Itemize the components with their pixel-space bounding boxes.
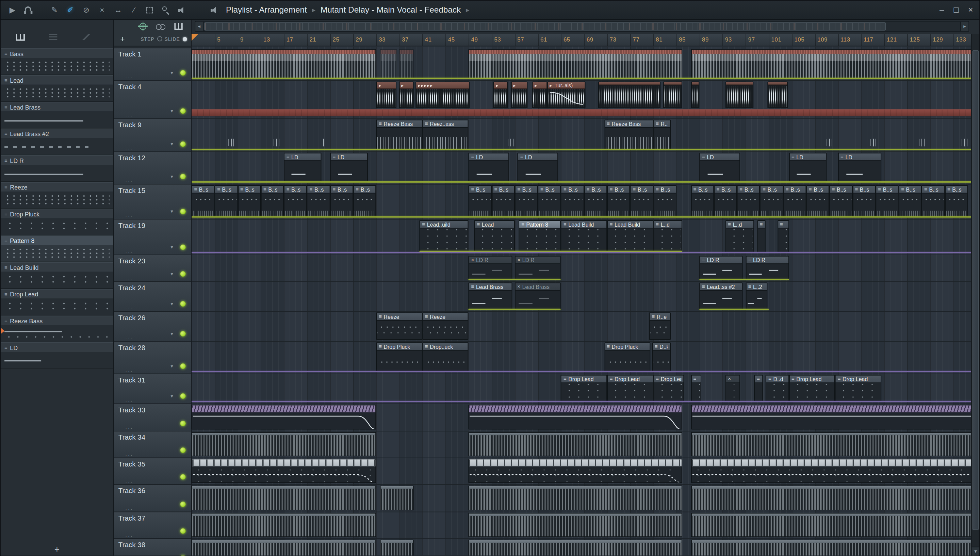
audio-clip[interactable]	[599, 81, 661, 108]
pattern-clip[interactable]: ≡B..s	[899, 185, 922, 217]
track-header[interactable]: Track 19...▾	[114, 220, 191, 255]
track-mute-led[interactable]	[180, 501, 186, 508]
track-header[interactable]: Track 34...	[114, 432, 191, 458]
pattern-clip[interactable]: ≡Drop Pluck	[604, 342, 651, 372]
track-header[interactable]: Track 12...▾	[114, 152, 191, 184]
audio-clip[interactable]: ▸Tur..als)	[547, 81, 586, 108]
audio-clip[interactable]	[192, 49, 376, 79]
pattern-clip[interactable]: ≡B..s	[737, 185, 760, 217]
audio-clip[interactable]	[380, 540, 414, 556]
paint-tool-icon[interactable]: ✐	[65, 5, 76, 15]
track-dropdown-icon[interactable]: ▾	[171, 208, 173, 214]
track-mute-led[interactable]	[180, 301, 186, 307]
clip-band[interactable]	[192, 109, 971, 116]
vertical-scrollbar[interactable]: ▾	[971, 34, 979, 556]
track-dropdown-icon[interactable]: ▾	[171, 364, 173, 369]
track-mute-led[interactable]	[180, 528, 186, 534]
picker-toggle-icon[interactable]	[174, 23, 182, 30]
track-dropdown-icon[interactable]: ▾	[171, 301, 173, 307]
picker-add-button[interactable]: +	[1, 544, 113, 554]
playlist-track-lane[interactable]: ≡Reeze≡Reeze≡R..e	[192, 312, 971, 342]
pattern-clip[interactable]: ≡Drop Lead	[561, 375, 607, 402]
audio-clip[interactable]: ▸	[376, 81, 396, 108]
pattern-picker-icon[interactable]	[16, 34, 25, 41]
timeline-ruler[interactable]: 5913172125293337414549535761656973778185…	[192, 34, 971, 46]
note-ticks-clip[interactable]	[228, 139, 235, 146]
audio-clip[interactable]	[663, 81, 682, 108]
track-header[interactable]: Track 33...	[114, 404, 191, 432]
track-header[interactable]: Track 26...▾	[114, 312, 191, 342]
automation-strip-green[interactable]	[192, 149, 971, 150]
pattern-clip[interactable]: ≡R..e	[649, 312, 671, 339]
picker-filter-icon[interactable]	[49, 34, 57, 40]
pattern-clip[interactable]: ≡Lead	[474, 220, 515, 253]
playhead-marker[interactable]	[192, 34, 199, 41]
automation-strip-green[interactable]	[192, 216, 971, 218]
close-button[interactable]: ×	[968, 5, 973, 15]
track-dropdown-icon[interactable]: ▾	[171, 108, 173, 114]
playlist-track-lane[interactable]: ≡Reeze Bass≡Reez..ass≡Reeze Bass≡R..s	[192, 119, 971, 152]
pattern-clip[interactable]: ≡LD	[789, 153, 826, 183]
pattern-clip[interactable]: ≡Lead Build	[561, 220, 607, 253]
audio-clip[interactable]	[768, 81, 788, 108]
pattern-clip[interactable]: ≡Drop Lead	[653, 375, 684, 402]
audio-clip[interactable]	[468, 513, 682, 537]
playlist-track-lane[interactable]	[192, 485, 971, 512]
playlist-track-lane[interactable]: ≡B..s≡B..s≡B..s≡B..s≡B..s≡B..s≡B..s≡B..s…	[192, 184, 971, 220]
pattern-clip[interactable]: ≡LD	[284, 153, 321, 183]
pattern-clip[interactable]: ≡B..s	[922, 185, 945, 217]
pattern-picker-item[interactable]: ≡Lead Brass	[1, 102, 113, 129]
track-header[interactable]: Track 37...	[114, 512, 191, 539]
audio-clip[interactable]	[192, 513, 376, 537]
playlist-track-lane[interactable]	[192, 512, 971, 539]
audio-clip[interactable]: ▸	[399, 81, 414, 108]
pattern-clip[interactable]: ≡	[778, 220, 789, 253]
pattern-clip[interactable]: ≡	[691, 375, 701, 402]
scroll-right-button[interactable]: ▸	[960, 22, 969, 31]
track-header[interactable]: Track 38...	[114, 539, 191, 556]
audio-clip[interactable]	[468, 486, 682, 511]
horizontal-scroll-thumb[interactable]	[204, 22, 886, 30]
audio-clip[interactable]: ▸	[532, 81, 547, 108]
pattern-clip[interactable]: ≡B..s	[607, 185, 630, 217]
pattern-clip[interactable]: ≡D..d	[766, 375, 789, 402]
automation-strip-purple[interactable]	[192, 401, 971, 402]
pattern-clip[interactable]: ≡Reeze	[376, 312, 423, 339]
pattern-clip[interactable]: ≡B..s	[714, 185, 737, 217]
pattern-clip[interactable]: ≡Lead..uild	[420, 220, 468, 253]
audio-clip[interactable]: ▸	[493, 81, 508, 108]
monitor-speaker-icon[interactable]	[208, 5, 220, 15]
audio-clip[interactable]	[691, 81, 699, 108]
pattern-clip[interactable]: ≡B..s	[852, 185, 875, 217]
pattern-picker-item[interactable]: ≡Bass	[1, 48, 113, 75]
track-mute-led[interactable]	[180, 244, 186, 250]
note-ticks-clip[interactable]	[321, 139, 328, 146]
track-mute-led[interactable]	[180, 555, 186, 556]
track-mute-led[interactable]	[180, 420, 186, 427]
pattern-picker-item[interactable]: ≡Lead Build	[1, 262, 113, 289]
pattern-clip[interactable]: ≡B..s	[192, 185, 215, 217]
pattern-clip[interactable]: ≡B..s	[584, 185, 607, 217]
audio-clip[interactable]	[380, 49, 397, 79]
playlist-track-lane[interactable]: ▸▸▸▸▸▸▸▸▸▸▸Tur..als)	[192, 81, 971, 119]
playlist-track-lane[interactable]	[192, 48, 971, 81]
pattern-clip[interactable]: ≡B..s	[829, 185, 852, 217]
automation-strip-green[interactable]	[700, 308, 769, 310]
track-header[interactable]: Track 15...▾	[114, 184, 191, 220]
playlist-grid[interactable]: ▸▸▸▸▸▸▸▸▸▸▸Tur..als)≡Reeze Bass≡Reez..as…	[192, 47, 971, 556]
track-mute-led[interactable]	[180, 448, 186, 453]
audio-clip[interactable]	[691, 540, 971, 556]
pattern-clip[interactable]: ≡LD R	[746, 256, 789, 280]
track-mute-led[interactable]	[180, 70, 186, 76]
pattern-clip[interactable]: ≡B..s	[492, 185, 515, 217]
playlist-track-lane[interactable]	[192, 539, 971, 556]
track-header[interactable]: Track 35...	[114, 458, 191, 485]
track-mute-led[interactable]	[180, 108, 186, 114]
automation-strip-green[interactable]	[192, 181, 971, 183]
audio-clip[interactable]	[691, 49, 971, 79]
pattern-clip[interactable]: ×Lead Brass	[515, 283, 561, 310]
audio-clip[interactable]	[691, 404, 971, 430]
note-ticks-clip[interactable]	[274, 139, 280, 146]
scroll-down-button[interactable]: ▾	[972, 546, 979, 555]
pattern-picker-item[interactable]: ≡Pattern 8	[1, 236, 113, 262]
